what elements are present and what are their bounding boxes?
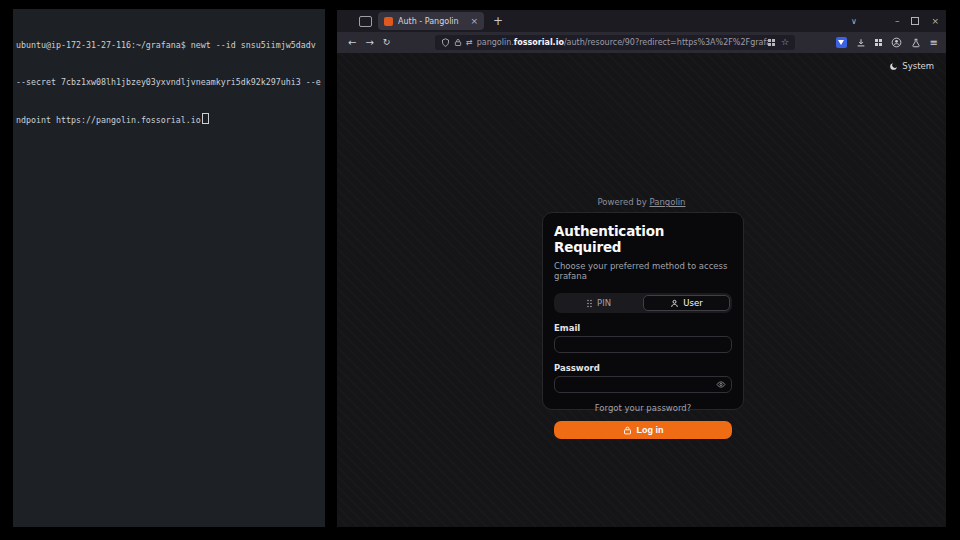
terminal-line: --secret 7cbz1xw08lh1jbzey03yxvndljvneam…	[16, 76, 322, 88]
minimize-button[interactable]: –	[895, 17, 900, 26]
login-button[interactable]: Log in	[554, 421, 732, 439]
show-password-eye-icon[interactable]	[716, 380, 726, 389]
browser-window: Auth - Pangolin × + ∨ – × ← → ↻	[337, 10, 946, 527]
close-tab-icon[interactable]: ×	[470, 17, 478, 26]
auth-page: System Powered by Pangolin Authenticatio…	[337, 53, 946, 527]
browser-toolbar: ← → ↻ ⇄ pangolin.fossorial.io/auth/resou…	[337, 32, 946, 53]
maximize-button[interactable]	[911, 17, 919, 25]
padlock-icon	[623, 426, 632, 435]
terminal-line: ndpoint https://pangolin.fossorial.io	[16, 113, 322, 125]
url-text: pangolin.fossorial.io/auth/resource/90?r…	[477, 38, 768, 47]
back-button[interactable]: ←	[348, 38, 356, 48]
auth-card: Authentication Required Choose your pref…	[542, 212, 744, 410]
lock-icon[interactable]	[454, 38, 462, 47]
tab-title: Auth - Pangolin	[398, 17, 467, 26]
powered-by: Powered by Pangolin	[337, 197, 946, 207]
shield-icon[interactable]	[441, 38, 450, 47]
tab-user[interactable]: User	[643, 295, 730, 311]
card-subtitle: Choose your preferred method to access g…	[554, 261, 732, 281]
window-controls: ∨ – ×	[851, 10, 939, 32]
flask-icon[interactable]	[911, 38, 921, 48]
download-icon[interactable]	[856, 38, 866, 48]
tab-pin-label: PIN	[597, 298, 611, 308]
theme-toggle[interactable]: System	[889, 61, 934, 71]
account-icon[interactable]	[891, 37, 902, 48]
auth-method-tabs: PIN User	[554, 293, 732, 313]
tab-auth-pangolin[interactable]: Auth - Pangolin ×	[378, 12, 484, 30]
terminal-cursor	[202, 113, 209, 124]
tab-pin[interactable]: PIN	[556, 295, 641, 311]
user-icon	[670, 299, 679, 308]
redirect-arrows-icon[interactable]: ⇄	[466, 38, 473, 47]
email-field[interactable]	[554, 336, 732, 353]
keypad-icon	[586, 299, 593, 308]
reload-button[interactable]: ↻	[383, 38, 391, 47]
terminal-line: ubuntu@ip-172-31-27-116:~/grafana$ newt …	[16, 39, 322, 51]
tab-bar: Auth - Pangolin × + ∨ – ×	[337, 10, 946, 32]
bookmark-star-icon[interactable]: ☆	[781, 38, 789, 47]
terminal-window[interactable]: ubuntu@ip-172-31-27-116:~/grafana$ newt …	[13, 9, 325, 527]
pangolin-favicon-icon	[384, 17, 393, 26]
new-tab-button[interactable]: +	[493, 13, 503, 29]
tab-list-chevron-icon[interactable]: ∨	[851, 17, 857, 26]
moon-icon	[889, 62, 898, 71]
toolbar-actions: ≡	[836, 32, 938, 53]
firefox-view-icon[interactable]	[359, 16, 372, 27]
pangolin-link[interactable]: Pangolin	[649, 197, 685, 207]
tab-user-label: User	[683, 298, 702, 308]
forgot-password-link[interactable]: Forgot your password?	[554, 403, 732, 413]
card-title: Authentication Required	[554, 223, 732, 255]
login-button-label: Log in	[637, 425, 664, 435]
forward-button[interactable]: →	[365, 38, 373, 48]
menu-icon[interactable]: ≡	[930, 38, 938, 48]
password-label: Password	[554, 363, 732, 373]
theme-toggle-label: System	[902, 61, 934, 71]
containers-grid-icon[interactable]	[768, 39, 775, 46]
url-bar[interactable]: ⇄ pangolin.fossorial.io/auth/resource/90…	[435, 35, 795, 50]
password-field[interactable]	[554, 376, 732, 393]
email-label: Email	[554, 323, 732, 333]
extension-icon[interactable]	[836, 37, 847, 48]
extensions-grid-icon[interactable]	[875, 39, 882, 46]
close-window-button[interactable]: ×	[931, 17, 939, 26]
